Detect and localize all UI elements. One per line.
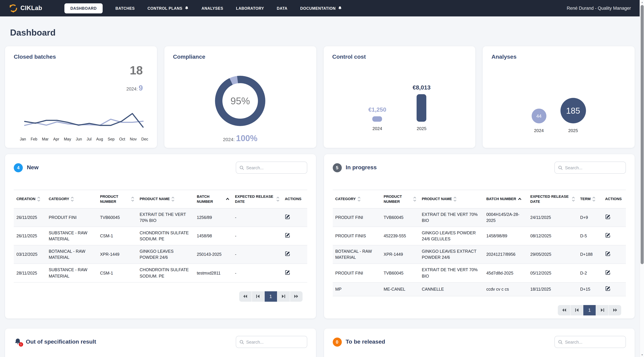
col-term[interactable]: TERM <box>578 190 602 208</box>
page-number-button[interactable]: 1 <box>264 291 277 302</box>
edit-button[interactable] <box>285 232 290 239</box>
table-row[interactable]: PRODUIT FINITVB60045EXTRAIT DE THE VERT … <box>332 264 626 282</box>
new-search-input[interactable] <box>246 165 304 170</box>
user-info[interactable]: René Durand - Quality Manager <box>567 6 631 11</box>
bar-2025-label: 2025 <box>417 126 426 131</box>
table-row[interactable]: PRODUIT FINITVB60045EXTRAIT DE THE VERT … <box>332 208 626 227</box>
scroll-up-icon[interactable]: ▲ <box>640 1 644 3</box>
sort-both-icon <box>454 196 457 202</box>
compliance-title: Compliance <box>173 54 308 60</box>
in-progress-search-input[interactable] <box>565 165 622 170</box>
table-row[interactable]: PRODUIT FINIS452239-555GINKGO LEAVES POW… <box>332 227 626 245</box>
scrollbar-thumb[interactable] <box>641 5 644 264</box>
search-icon <box>239 340 244 345</box>
new-card: 4 New CREATION CATEGORY PRODUCT NUMBER P… <box>5 154 316 319</box>
table-row[interactable]: 28/11/2025SUBSTANCE - RAW MATERIALCSM-1C… <box>14 264 307 282</box>
bar-2024-shape <box>372 116 382 122</box>
edit-button[interactable] <box>605 214 611 221</box>
sort-asc-icon <box>226 197 230 201</box>
table-row[interactable]: 26/11/2025PRODUIT FINITVB60045EXTRAIT DE… <box>14 208 307 227</box>
col-category[interactable]: CATEGORY <box>332 190 381 208</box>
next-page-button[interactable] <box>277 291 290 302</box>
nav-item-laboratory[interactable]: LABORATORY <box>236 6 264 10</box>
table-row[interactable]: 03/12/2025BOTANICAL - RAW MATERIALXPR-14… <box>14 245 307 264</box>
sort-both-icon <box>172 196 174 202</box>
edit-button[interactable] <box>605 286 611 292</box>
col-creation[interactable]: CREATION <box>14 190 46 208</box>
new-count-badge: 4 <box>14 163 23 172</box>
scroll-down-icon[interactable]: ▼ <box>640 354 644 356</box>
nav-item-batches[interactable]: BATCHES <box>116 6 135 10</box>
in-progress-count-badge: 5 <box>332 163 342 172</box>
brand-logo[interactable]: CIKLab <box>9 4 42 13</box>
bottom-row: ! Out of specification result 0 To be re… <box>5 329 634 357</box>
bell-icon <box>184 6 189 10</box>
col-product-number[interactable]: PRODUCT NUMBER <box>97 190 137 208</box>
nav-item-analyses[interactable]: ANALYSES <box>202 6 224 10</box>
page-number-button[interactable]: 1 <box>583 305 596 316</box>
table-row[interactable]: 26/11/2025SUBSTANCE - RAW MATERIALCSM-1C… <box>14 227 307 245</box>
edit-button[interactable] <box>285 214 290 221</box>
last-page-button[interactable] <box>609 305 621 316</box>
new-section-header: 4 New <box>14 162 307 174</box>
sort-both-icon <box>414 196 416 202</box>
to-be-released-search-input[interactable] <box>565 340 622 345</box>
closed-batches-total: 18 <box>130 64 143 77</box>
edit-button[interactable] <box>285 251 290 258</box>
first-page-button[interactable] <box>558 305 570 316</box>
edit-button[interactable] <box>605 232 611 239</box>
nav-menu: DASHBOARD BATCHES CONTROL PLANS ANALYSES… <box>64 3 342 13</box>
next-page-button[interactable] <box>596 305 608 316</box>
sort-both-icon <box>592 196 595 202</box>
last-page-button[interactable] <box>290 291 302 302</box>
analyses-bubble-chart: 44 2024 185 2025 <box>483 98 635 133</box>
in-progress-search-box <box>554 162 626 174</box>
search-icon <box>558 340 563 345</box>
compliance-value: 95% <box>215 76 265 126</box>
col-product-name[interactable]: PRODUCT NAME <box>419 190 484 208</box>
new-pagination: 1 <box>239 291 302 302</box>
compliance-donut-chart: 95% <box>215 76 265 126</box>
new-section-title: New <box>27 164 38 171</box>
col-batch-number[interactable]: BATCH NUMBER <box>484 190 528 208</box>
closed-batches-line-chart <box>22 108 145 132</box>
first-page-button[interactable] <box>239 291 252 302</box>
analyses-title: Analyses <box>492 54 626 60</box>
new-table: CREATION CATEGORY PRODUCT NUMBER PRODUCT… <box>14 190 307 282</box>
edit-button[interactable] <box>605 269 611 276</box>
nav-item-data[interactable]: DATA <box>277 6 288 10</box>
col-expected-release-date[interactable]: EXPECTED RELEASE DATE <box>232 190 282 208</box>
alert-bell-icon: ! <box>14 338 22 346</box>
edit-button[interactable] <box>285 269 290 276</box>
prev-page-button[interactable] <box>570 305 583 316</box>
edit-button[interactable] <box>605 251 611 258</box>
bar-2025-value: €8,013 <box>412 84 430 91</box>
in-progress-pagination: 1 <box>558 305 621 316</box>
bubble-2025: 185 2025 <box>560 98 586 133</box>
col-product-number[interactable]: PRODUCT NUMBER <box>381 190 419 208</box>
bubble-2024-value: 44 <box>532 109 546 123</box>
col-category[interactable]: CATEGORY <box>46 190 97 208</box>
in-progress-section-title: In progress <box>346 164 377 171</box>
col-expected-release-date[interactable]: EXPECTED RELEASE DATE <box>528 190 578 208</box>
bubble-2025-label: 2025 <box>568 128 578 133</box>
table-row[interactable]: MPME-CANELCANNELLEccdv cv c cs18/11/2025… <box>332 282 626 296</box>
nav-item-documentation[interactable]: DOCUMENTATION <box>300 6 342 10</box>
dashboard-page: CIKLab DASHBOARD BATCHES CONTROL PLANS A… <box>0 0 644 357</box>
nav-item-control-plans[interactable]: CONTROL PLANS <box>148 6 189 10</box>
oos-search-input[interactable] <box>246 340 304 345</box>
new-search-box <box>236 162 307 174</box>
prev-page-button[interactable] <box>252 291 264 302</box>
table-row[interactable]: BOTANICAL - RAW MATERIALXPR-1449GINKGO L… <box>332 245 626 264</box>
month-axis: JanFebMarAprMayJunJulAugSepOctNovDec <box>20 137 148 141</box>
col-batch-number[interactable]: BATCH NUMBER <box>194 190 232 208</box>
sort-both-icon <box>37 196 40 202</box>
col-actions: ACTIONS <box>602 190 626 208</box>
col-product-name[interactable]: PRODUCT NAME <box>137 190 194 208</box>
to-be-released-count-badge: 0 <box>332 338 342 347</box>
sort-both-icon <box>131 196 134 202</box>
nav-item-dashboard[interactable]: DASHBOARD <box>64 3 103 13</box>
sort-both-icon <box>572 196 575 202</box>
to-be-released-section-title: To be released <box>346 339 385 345</box>
page-scrollbar[interactable]: ▲ ▼ <box>640 0 644 357</box>
